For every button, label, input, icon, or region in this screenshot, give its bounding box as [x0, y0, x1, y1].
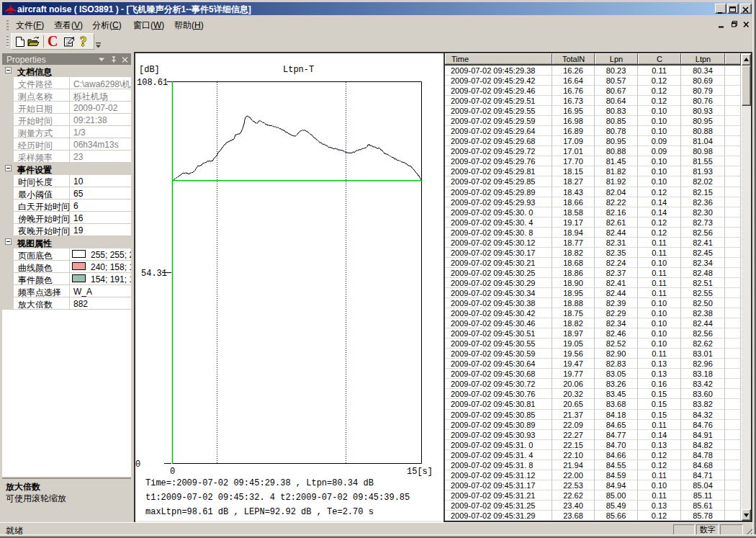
svg-text:Ltpn-T: Ltpn-T [283, 65, 314, 75]
svg-text:[dB]: [dB] [139, 65, 160, 75]
svg-text:54.31: 54.31 [141, 269, 167, 279]
svg-text:15[s]: 15[s] [407, 467, 433, 477]
svg-text:Time=:2009-07-02 09:45:29.38 ,: Time=:2009-07-02 09:45:29.38 , Ltpn=80.3… [145, 478, 374, 488]
svg-text:0: 0 [135, 459, 140, 470]
svg-text:?: ? [80, 35, 87, 48]
svg-text:t1:2009-07-02 09:45:32. 4 t2:2: t1:2009-07-02 09:45:32. 4 t2:2009-07-02 … [145, 493, 410, 503]
svg-text:maxLtpn=98.61 dB , LEPN=92.92: maxLtpn=98.61 dB , LEPN=92.92 dB , Te=2.… [145, 507, 374, 517]
svg-text:0: 0 [170, 467, 175, 477]
svg-text:108.61: 108.61 [137, 78, 168, 88]
